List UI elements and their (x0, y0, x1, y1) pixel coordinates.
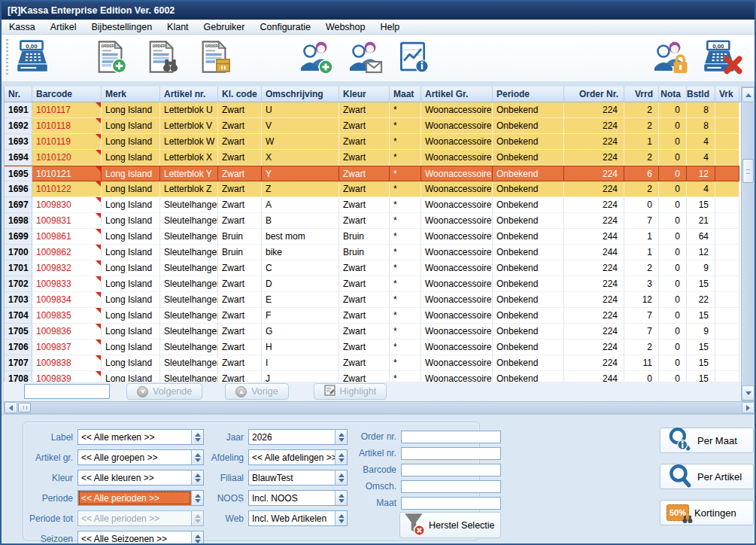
column-header-bstld[interactable]: Bstld (687, 87, 715, 102)
table-row[interactable]: 16921010118Long IslandLetterblok VZwartV… (5, 118, 741, 134)
statistics-button[interactable] (395, 38, 431, 78)
scroll-up-button[interactable] (742, 87, 754, 102)
filter-label-stepper[interactable] (191, 430, 203, 444)
register-close-button[interactable]: 0,00 (699, 38, 744, 78)
column-header-artikel-nr[interactable]: Artikel nr. (160, 87, 218, 102)
scroll-left-button[interactable] (5, 402, 17, 413)
horizontal-scrollbar[interactable] (4, 401, 755, 414)
kassa-register-button[interactable]: 0,00 (12, 38, 53, 78)
filter-kleur-stepper[interactable] (191, 470, 203, 485)
table-row[interactable]: 16931010119Long IslandLetterblok WZwartW… (5, 134, 741, 150)
table-row[interactable]: 17041009835Long IslandSleutelhanger FZwa… (5, 308, 741, 324)
table-row[interactable]: 16991009861Long IslandSleutelhangerBruin… (5, 229, 741, 245)
horizontal-scroll-thumb[interactable] (18, 403, 31, 413)
menu-gebruiker[interactable]: Gebruiker (196, 20, 253, 34)
column-header-vrrd[interactable]: Vrrd (624, 87, 659, 102)
order-add-button[interactable]: ORDER (92, 38, 129, 78)
filter-web-stepper[interactable] (335, 511, 347, 525)
vertical-scroll-thumb[interactable] (742, 159, 754, 183)
column-header-barcode[interactable]: Barcode (32, 87, 102, 102)
column-header-artikel-gr[interactable]: Artikel Gr. (421, 87, 493, 102)
menu-kassa[interactable]: Kassa (2, 20, 43, 34)
filter-afdeling-label: Afdeling (208, 452, 244, 463)
filter-afdeling-stepper[interactable] (335, 450, 347, 464)
filter-noos-stepper[interactable] (335, 491, 347, 505)
menu-artikel[interactable]: Artikel (43, 20, 84, 34)
note-marker-icon (96, 308, 101, 313)
table-row[interactable]: 17001009862Long IslandSleutelhangerBruin… (5, 245, 741, 260)
filter-artikel-nr-input[interactable] (401, 447, 501, 460)
table-row[interactable]: 16961010122Long IslandLetterblok ZZwartZ… (5, 181, 741, 197)
table-row[interactable]: 16911010117Long IslandLetterblok UZwartU… (5, 102, 741, 118)
customer-mail-button[interactable] (345, 38, 384, 78)
filter-label-spinner[interactable]: << Alle merken >> (77, 429, 204, 445)
table-row[interactable]: 16941010120Long IslandLetterblok XZwartX… (5, 150, 741, 166)
menu-help[interactable]: Help (372, 20, 407, 34)
reset-selection-button[interactable]: Herstel Selectie (399, 512, 501, 538)
menu-webshop[interactable]: Webshop (318, 20, 373, 34)
table-row[interactable]: 17061009837Long IslandSleutelhanger HZwa… (5, 339, 741, 355)
artikel-nr-cell: Sleutelhanger E (160, 292, 218, 308)
vertical-scrollbar[interactable] (741, 87, 755, 401)
filter-kleur-spinner[interactable]: << Alle kleuren >> (77, 470, 204, 486)
filter-noos-spinner[interactable]: Incl. NOOS (248, 490, 348, 506)
menu-klant[interactable]: Klant (159, 20, 196, 34)
column-header-nr[interactable]: Nr. (5, 87, 32, 102)
column-header-periode[interactable]: Periode (493, 87, 564, 102)
table-row[interactable]: 17021009833Long IslandSleutelhanger DZwa… (5, 276, 741, 292)
order-search-button[interactable]: ORDER (143, 38, 181, 78)
filter-periode-spinner[interactable]: << Alle perioden >> (77, 490, 204, 506)
filter-maat-input[interactable] (401, 497, 501, 510)
search-input[interactable] (24, 384, 110, 399)
filter-filiaal-spinner[interactable]: BlauwTest (248, 470, 348, 486)
filter-afdeling-spinner[interactable]: << Alle afdelingen >> (248, 449, 348, 465)
filter-barcode-input[interactable] (401, 464, 501, 476)
customer-add-button[interactable] (296, 38, 335, 78)
user-lock-button[interactable] (649, 38, 690, 78)
column-header-kl-code[interactable]: Kl. code (218, 87, 262, 102)
table-row[interactable]: 16981009831Long IslandSleutelhanger BZwa… (5, 213, 741, 229)
filter-web-spinner[interactable]: Incl. Web Artikelen (248, 510, 348, 526)
filter-periode-stepper[interactable] (191, 491, 203, 505)
highlight-button[interactable]: Highlight (314, 383, 387, 400)
filter-filiaal-stepper[interactable] (335, 470, 347, 485)
column-header-vrk[interactable]: Vrk (715, 87, 739, 102)
column-header-omschrijving[interactable]: Omschrijving (262, 87, 339, 102)
filter-seizoen-stepper[interactable] (191, 531, 203, 545)
scroll-down-button[interactable] (742, 385, 754, 400)
column-header-merk[interactable]: Merk (102, 87, 160, 102)
table-row[interactable]: 17031009834Long IslandSleutelhanger EZwa… (5, 292, 741, 308)
svg-text:ORDER: ORDER (153, 44, 166, 48)
filter-omsch-input[interactable] (401, 480, 501, 493)
filter-periode-tot-spinner[interactable]: << Alle perioden >> (77, 510, 204, 526)
table-row[interactable]: 17081009839Long IslandSleutelhanger JZwa… (5, 371, 741, 382)
filter-artikel-gr-spinner[interactable]: << Alle groepen >> (77, 449, 204, 465)
next-button[interactable]: Volgende (126, 383, 202, 400)
menu-configuratie[interactable]: Configuratie (252, 20, 317, 34)
column-header-maat[interactable]: Maat (390, 87, 421, 102)
table-row[interactable]: 17051009836Long IslandSleutelhanger GZwa… (5, 324, 741, 339)
omschrijving-cell: W (262, 134, 339, 150)
per-maat-button[interactable]: Per Maat (660, 428, 754, 453)
filter-order-nr-input[interactable] (401, 431, 501, 443)
kortingen-button[interactable]: 50% Kortingen (660, 500, 754, 525)
column-header-kleur[interactable]: Kleur (339, 87, 390, 102)
scroll-right-button[interactable] (742, 402, 754, 413)
previous-button[interactable]: Vorige (225, 383, 288, 400)
filter-artikel-gr-stepper[interactable] (191, 450, 203, 464)
toolbar-grip[interactable] (6, 39, 8, 77)
filter-seizoen-spinner[interactable]: << Alle Seizoenen >> (77, 531, 204, 545)
menu-bijbestellingen[interactable]: Bijbestellingen (83, 20, 159, 34)
table-row[interactable]: 17011009832Long IslandSleutelhanger CZwa… (5, 260, 741, 276)
column-header-nota[interactable]: Nota (659, 87, 687, 102)
per-artikel-button[interactable]: Per Artikel (660, 464, 754, 489)
filter-jaar-stepper[interactable] (335, 430, 347, 444)
column-header-order-nr[interactable]: Order Nr. (564, 87, 624, 102)
filter-periode-tot-stepper[interactable] (191, 511, 203, 525)
order-stock-button[interactable]: ORDER (196, 38, 233, 78)
filter-jaar-spinner[interactable]: 2026 (248, 429, 348, 445)
kl-code-cell: Bruin (218, 229, 262, 245)
table-row[interactable]: 16951010121Long IslandLetterblok YZwartY… (5, 166, 741, 181)
table-row[interactable]: 16971009830Long IslandSleutelhanger AZwa… (5, 197, 741, 213)
table-row[interactable]: 17071009838Long IslandSleutelhanger IZwa… (5, 355, 741, 371)
